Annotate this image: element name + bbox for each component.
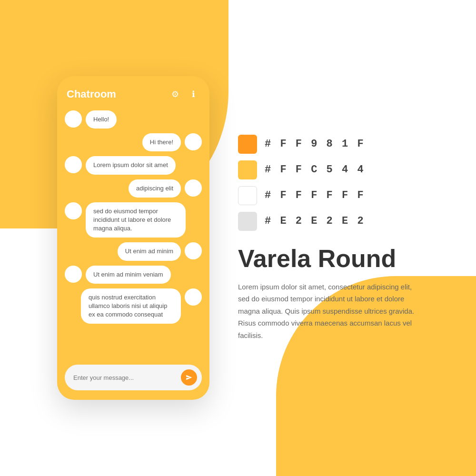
- chat-area: Hello! Hi there! Lorem ipsum dolor sit a…: [65, 110, 202, 357]
- phone-mockup: Chatroom ⚙ ℹ Hello! Hi there! Lorem ipsu…: [57, 76, 209, 400]
- chat-bubble: quis nostrud exercitation ullamco labori…: [81, 288, 181, 324]
- avatar: [185, 288, 202, 306]
- swatch-row: # F F C 5 4 4: [238, 160, 419, 179]
- avatar: [185, 179, 202, 197]
- message-row: Hello!: [65, 110, 202, 129]
- chat-bubble: Ut enim ad minim veniam: [86, 266, 171, 284]
- avatar: [65, 110, 82, 128]
- message-row: sed do eiusmod tempor incididunt ut labo…: [65, 202, 202, 238]
- main-layout: Chatroom ⚙ ℹ Hello! Hi there! Lorem ipsu…: [0, 0, 476, 476]
- avatar: [65, 156, 82, 173]
- swatch-row: # E 2 E 2 E 2: [238, 212, 419, 231]
- chat-bubble: Hello!: [86, 110, 117, 129]
- message-row: quis nostrud exercitation ullamco labori…: [65, 288, 202, 324]
- color-palette: # F F 9 8 1 F # F F C 5 4 4 # F F F F F …: [238, 135, 419, 231]
- message-input-area: [65, 365, 202, 390]
- swatch-row: # F F F F F F: [238, 186, 419, 205]
- info-icon[interactable]: ℹ: [187, 88, 200, 101]
- message-row: Ut enim ad minim: [65, 242, 202, 260]
- color-swatch-4: [238, 212, 257, 231]
- phone-title: Chatroom: [67, 88, 116, 100]
- message-row: Ut enim ad minim veniam: [65, 266, 202, 284]
- chat-bubble: sed do eiusmod tempor incididunt ut labo…: [86, 202, 186, 238]
- phone-header: Chatroom ⚙ ℹ: [65, 88, 202, 101]
- chat-bubble: adipiscing elit: [129, 179, 181, 198]
- chat-bubble: Lorem ipsum dolor sit amet: [86, 156, 176, 174]
- color-label-1: # F F 9 8 1 F: [265, 138, 365, 150]
- message-row: adipiscing elit: [65, 179, 202, 198]
- swatch-row: # F F 9 8 1 F: [238, 135, 419, 154]
- avatar: [185, 242, 202, 259]
- right-panel: # F F 9 8 1 F # F F C 5 4 4 # F F F F F …: [238, 135, 419, 342]
- avatar: [65, 266, 82, 283]
- color-swatch-3: [238, 186, 257, 205]
- color-label-4: # E 2 E 2 E 2: [265, 215, 365, 227]
- font-description: Lorem ipsum dolor sit amet, consectetur …: [238, 281, 419, 342]
- chat-bubble: Hi there!: [142, 133, 181, 151]
- avatar: [65, 202, 82, 219]
- message-input[interactable]: [73, 374, 177, 381]
- phone-header-icons: ⚙ ℹ: [169, 88, 200, 101]
- color-label-3: # F F F F F F: [265, 189, 365, 201]
- color-swatch-1: [238, 135, 257, 154]
- avatar: [185, 133, 202, 150]
- send-button[interactable]: [181, 369, 197, 386]
- font-name: Varela Round: [238, 245, 419, 272]
- color-label-2: # F F C 5 4 4: [265, 164, 365, 176]
- message-row: Hi there!: [65, 133, 202, 151]
- color-swatch-2: [238, 160, 257, 179]
- chat-bubble: Ut enim ad minim: [118, 242, 181, 260]
- gear-icon[interactable]: ⚙: [169, 88, 182, 101]
- message-row: Lorem ipsum dolor sit amet: [65, 156, 202, 174]
